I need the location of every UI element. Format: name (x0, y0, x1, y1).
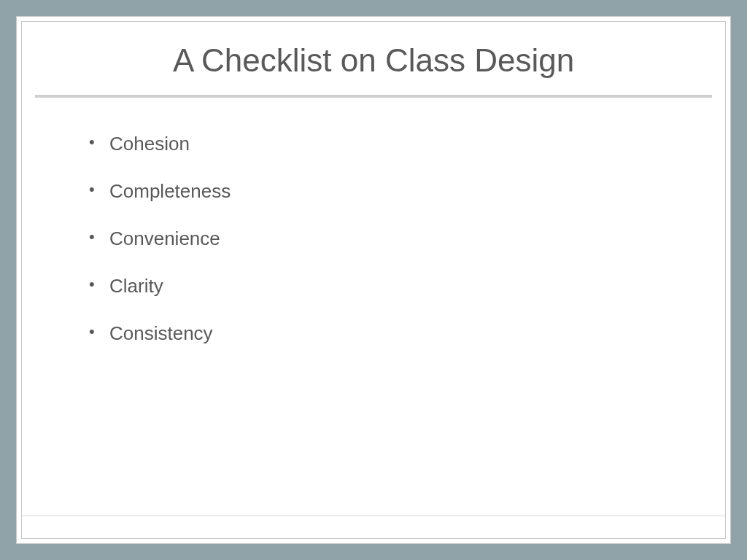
footer-divider (22, 516, 725, 516)
slide-inner-frame: A Checklist on Class Design Cohesion Com… (21, 21, 726, 539)
slide-title: A Checklist on Class Design (36, 42, 711, 79)
list-item: Clarity (89, 275, 711, 298)
list-item: Convenience (89, 228, 711, 250)
content-region: Cohesion Completeness Convenience Clarit… (22, 98, 725, 516)
bullet-list: Cohesion Completeness Convenience Clarit… (89, 133, 711, 345)
slide-outer-frame: A Checklist on Class Design Cohesion Com… (16, 16, 731, 544)
title-region: A Checklist on Class Design (22, 22, 725, 95)
list-item: Cohesion (89, 133, 711, 155)
list-item: Consistency (89, 322, 711, 345)
footer-spacer (22, 525, 725, 538)
list-item: Completeness (89, 180, 711, 203)
